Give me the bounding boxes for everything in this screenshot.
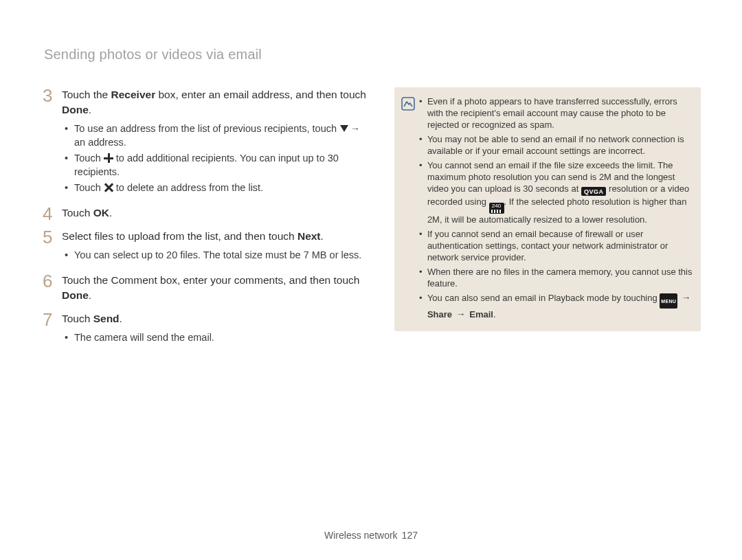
sub-list: The camera will send the email. [62,331,370,344]
triangle-down-icon [339,124,349,133]
content-columns: 3 Touch the Receiver box, enter an email… [43,87,701,355]
left-column: 3 Touch the Receiver box, enter an email… [43,87,370,355]
text: . [321,230,324,242]
page: Sending photos or videos via email 3 Tou… [0,0,742,560]
step-3: 3 Touch the Receiver box, enter an email… [43,87,370,201]
text-bold: Receiver [111,89,156,100]
plus-icon [104,153,113,163]
list-item: Touch to add additional recipients. You … [74,151,370,179]
text: Touch [62,207,93,219]
step-body: Touch the Receiver box, enter an email a… [62,87,370,201]
text: to add additional recipients. You can in… [74,153,339,177]
step-body: Touch Send. The camera will send the ema… [62,311,370,351]
note-list: Even if a photo appears to have transfer… [418,96,693,323]
list-item: You can select up to 20 files. The total… [74,248,370,262]
text: box, enter an email address, and then to… [155,89,366,100]
step-body: Touch OK. [62,205,370,225]
footer-section: Wireless network [324,530,398,541]
text-bold: Send [93,313,120,324]
text: To use an address from the list of previ… [74,123,339,134]
menu-label-icon: MENU [660,293,677,309]
text: . [89,104,91,115]
step-4: 4 Touch OK. [43,205,370,225]
text: Touch [74,182,104,193]
text-bold: OK [93,207,109,219]
text: You can also send an email in Playback m… [427,293,660,303]
text: . [89,289,91,301]
list-item: When there are no files in the camera me… [427,266,693,289]
resolution-240-icon: 240 [489,203,504,214]
text: Select files to upload from the list, an… [62,230,297,242]
text-bold: Email [469,309,493,320]
text: Touch the Comment box, enter your commen… [62,274,359,286]
text-bold: Next [297,230,321,242]
step-6: 6 Touch the Comment box, enter your comm… [43,273,370,307]
step-body: Touch the Comment box, enter your commen… [62,273,370,307]
list-item: Touch to delete an address from the list… [74,181,370,194]
text: Touch [62,313,93,324]
note-box: Even if a photo appears to have transfer… [394,87,701,331]
sub-list: You can select up to 20 files. The total… [62,248,370,262]
step-number: 6 [43,273,62,307]
page-number: 127 [402,530,418,541]
page-title: Sending photos or videos via email [44,47,701,63]
qvga-label-icon: QVGA [581,187,607,196]
step-7: 7 Touch Send. The camera will send the e… [43,311,370,351]
list-item: You cannot send an email if the file siz… [427,159,693,225]
arrow-right-icon: → [349,122,361,135]
text: Touch the [62,89,111,100]
list-item: The camera will send the email. [74,331,370,344]
arrow-right-icon: → [680,292,693,304]
text: . [109,207,112,219]
list-item: You may not be able to send an email if … [427,133,693,157]
text-bold: Share [427,309,452,320]
text: Touch [74,153,104,164]
right-column: Even if a photo appears to have transfer… [394,87,701,355]
step-number: 7 [43,311,62,351]
step-body: Select files to upload from the list, an… [62,229,370,269]
text: to delete an address from the list. [113,182,263,193]
list-item: If you cannot send an email because of f… [427,228,693,263]
list-item: To use an address from the list of previ… [74,122,370,149]
page-footer: Wireless network127 [0,530,742,541]
sub-list: To use an address from the list of previ… [62,122,370,194]
text: an address. [74,137,126,148]
close-icon [104,183,113,192]
text: . [120,313,122,324]
text: 240 [492,203,501,209]
note-icon [401,96,418,323]
step-number: 5 [43,229,62,269]
text-bold: Done [62,289,89,301]
arrow-right-icon: → [455,309,467,320]
step-5: 5 Select files to upload from the list, … [43,229,370,269]
list-item: You can also send an email in Playback m… [427,292,693,320]
text-bold: Done [62,104,89,115]
step-number: 4 [43,205,62,225]
step-number: 3 [43,87,62,201]
list-item: Even if a photo appears to have transfer… [427,96,693,131]
